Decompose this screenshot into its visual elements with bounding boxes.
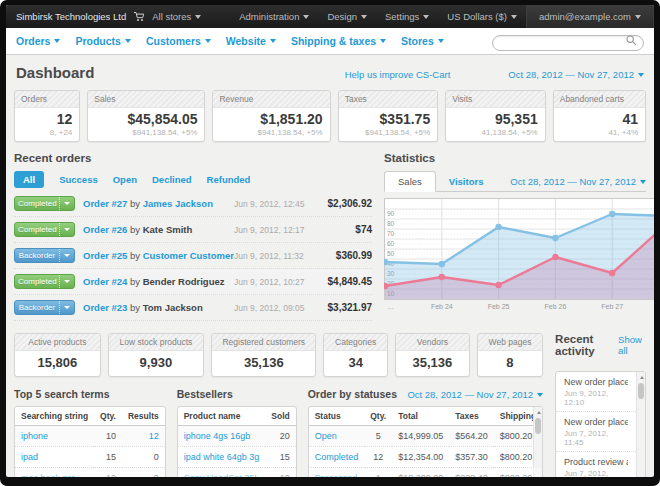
mini-stat-card-label: Low stock products	[109, 334, 203, 351]
search-icon	[626, 35, 637, 46]
stats-tab-visitors[interactable]: Visitors	[436, 172, 497, 191]
nav-item-website[interactable]: Website	[226, 35, 276, 47]
topbar-menu-us-dollars-[interactable]: US Dollars ($)	[447, 11, 517, 22]
scrollbar[interactable]	[636, 372, 645, 477]
chevron-down-icon	[303, 15, 309, 19]
table-cell: 10	[94, 426, 122, 447]
scrollbar-thumb[interactable]	[638, 383, 644, 399]
order-status-badge[interactable]: Completed	[14, 196, 75, 211]
order-link[interactable]: Order #23	[83, 302, 127, 313]
cell-link[interactable]: iphone	[21, 431, 48, 441]
show-all-link[interactable]: Show all	[618, 334, 646, 356]
cell-link[interactable]: 12	[149, 431, 159, 441]
nav-item-orders[interactable]: Orders	[16, 35, 60, 47]
order-link[interactable]: Order #25	[83, 250, 127, 261]
cell-link[interactable]: mac book pro	[21, 473, 76, 477]
nav-item-label: Orders	[16, 35, 50, 47]
table-cell: 15	[94, 447, 122, 468]
scrollbar-thumb[interactable]	[535, 418, 541, 434]
order-status-badge[interactable]: Backorder	[14, 248, 75, 263]
table-cell: ipad white 64gb 3g	[178, 447, 266, 468]
column-header: Taxes	[449, 407, 494, 426]
mini-stat-card-label: Active products	[15, 334, 100, 351]
chevron-down-icon	[438, 39, 444, 43]
nav-item-shipping-taxes[interactable]: Shipping & taxes	[291, 35, 386, 47]
table-cell: iphone	[15, 426, 94, 447]
mini-stat-card-value: 15,806	[15, 351, 100, 376]
search-terms-title: Top 5 search terms	[14, 388, 166, 400]
cell-link[interactable]: iphone 4gs 16gb	[184, 431, 251, 441]
order-row: BackorderOrder #25 by Customer CustomerJ…	[14, 243, 372, 269]
mini-stat-card-label: Web pages	[478, 334, 542, 351]
order-status-badge[interactable]: Completed	[14, 274, 75, 289]
statistics-chart-svg: 102030405060708090…Feb 24Feb 25Feb 26Feb…	[384, 198, 654, 312]
orders-tab-refunded[interactable]: Refunded	[207, 174, 251, 185]
customer-name[interactable]: James Jackson	[143, 198, 213, 209]
order-link[interactable]: Order #26	[83, 224, 127, 235]
series-pink-point	[439, 274, 445, 280]
order-row: CompletedOrder #24 by Bender RodriguezJu…	[14, 269, 372, 295]
order-date: Jun 9, 2012, 09:05	[234, 303, 310, 313]
topbar-menu-administration[interactable]: Administration	[239, 11, 309, 22]
cell-link[interactable]: Processed	[315, 473, 358, 477]
order-total: $360.99	[310, 250, 372, 261]
cell-link[interactable]: Sony HeadSet 35L	[184, 473, 260, 477]
order-status-badge[interactable]: Backorder	[14, 300, 75, 315]
cell-link[interactable]: Completed	[315, 452, 359, 462]
all-stores-menu[interactable]: All stores	[152, 11, 201, 22]
orders-tab-open[interactable]: Open	[113, 174, 137, 185]
table-row: Completed12$12,354.00$357.30$800.20	[309, 447, 542, 468]
cell-link[interactable]: ipad	[21, 452, 38, 462]
order-statuses-table: StatusQty.TotalTaxesShippingOpen5$14,999…	[308, 406, 543, 477]
menu-label: Settings	[385, 11, 419, 22]
recent-orders-list: CompletedOrder #27 by James JacksonJun 9…	[14, 191, 372, 321]
table-row: Processed1$18,200.00$228.40$800.20	[309, 468, 542, 478]
mini-stat-card-value: 35,136	[212, 351, 315, 376]
order-statuses-date-link[interactable]: Oct 28, 2012 — Nov 27, 2012	[407, 389, 543, 400]
table-cell: 0	[122, 468, 165, 478]
account-menu[interactable]: admin@example.com	[526, 5, 654, 28]
cell-link[interactable]: Open	[315, 431, 337, 441]
column-header: Results	[122, 407, 165, 426]
topbar-menu-settings[interactable]: Settings	[385, 11, 429, 22]
scroll-up-arrow[interactable]	[638, 373, 645, 382]
order-link[interactable]: Order #24	[83, 276, 127, 287]
date-range-link[interactable]: Oct 28, 2012 — Nov 27, 2012	[508, 69, 644, 80]
mini-stat-card-label: Categories	[324, 334, 386, 351]
orders-tab-all[interactable]: All	[14, 171, 44, 188]
table-cell: 5	[364, 426, 392, 447]
orders-tab-success[interactable]: Success	[59, 174, 98, 185]
topbar-menu-design[interactable]: Design	[327, 11, 367, 22]
page-title: Dashboard	[16, 64, 345, 81]
status-caret	[59, 197, 74, 210]
order-status-badge[interactable]: Completed	[14, 222, 75, 237]
mini-stat-card-label: Vendors	[396, 334, 469, 351]
chevron-down-icon	[638, 73, 644, 77]
stat-card-sub: $941,138.54, +5%	[88, 127, 204, 141]
customer-name[interactable]: Customer Customer	[143, 250, 234, 261]
stat-card-value: $45,854.05	[88, 108, 204, 127]
chevron-down-icon	[64, 254, 70, 257]
orders-tab-declined[interactable]: Declined	[152, 174, 192, 185]
order-statuses-title: Order by statuses	[308, 388, 397, 400]
help-link[interactable]: Help us improve CS-Cart	[345, 69, 451, 80]
scrollbar[interactable]	[533, 407, 542, 477]
stats-tab-sales[interactable]: Sales	[384, 171, 436, 192]
order-link[interactable]: Order #27	[83, 198, 127, 209]
stat-card-sub: 41,138.54, +5%	[446, 127, 545, 141]
search-input[interactable]	[492, 35, 644, 51]
nav-menu: OrdersProductsCustomersWebsiteShipping &…	[16, 35, 459, 47]
stats-date-range-link[interactable]: Oct 28, 2012 — Nov 27, 2012	[510, 176, 646, 191]
stat-card-value: 41	[554, 108, 645, 127]
table-cell: 1	[364, 468, 392, 478]
search-box	[492, 32, 644, 51]
scroll-up-arrow[interactable]	[535, 408, 542, 417]
nav-item-products[interactable]: Products	[75, 35, 131, 47]
cell-link[interactable]: ipad white 64gb 3g	[184, 452, 260, 462]
status-caret	[59, 223, 74, 236]
nav-item-customers[interactable]: Customers	[146, 35, 211, 47]
activity-action: New order placed:	[564, 377, 628, 387]
chevron-down-icon	[64, 228, 70, 231]
table-cell: 15	[265, 447, 295, 468]
nav-item-stores[interactable]: Stores	[401, 35, 444, 47]
